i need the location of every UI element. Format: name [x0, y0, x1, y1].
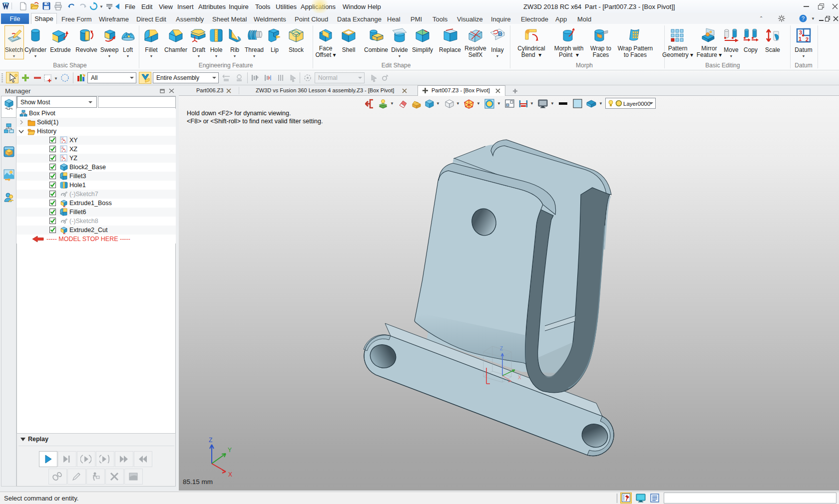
- svg-text:2: 2: [64, 149, 66, 152]
- svg-text:X: X: [228, 471, 232, 478]
- svg-text:1: 1: [799, 36, 802, 42]
- svg-text:1: 1: [61, 158, 63, 161]
- svg-text:Y: Y: [228, 447, 232, 454]
- svg-text:2: 2: [64, 140, 66, 143]
- svg-text:?: ?: [802, 15, 805, 21]
- svg-text:2: 2: [806, 36, 809, 42]
- svg-text:Z: Z: [209, 437, 212, 444]
- svg-text:B: B: [498, 30, 502, 37]
- svg-text:1: 1: [61, 140, 63, 143]
- svg-text:1: 1: [61, 149, 63, 152]
- svg-text:X: X: [518, 375, 521, 380]
- svg-text:Z: Z: [500, 346, 503, 351]
- svg-text:2: 2: [64, 158, 66, 161]
- svg-text:3: 3: [799, 29, 802, 35]
